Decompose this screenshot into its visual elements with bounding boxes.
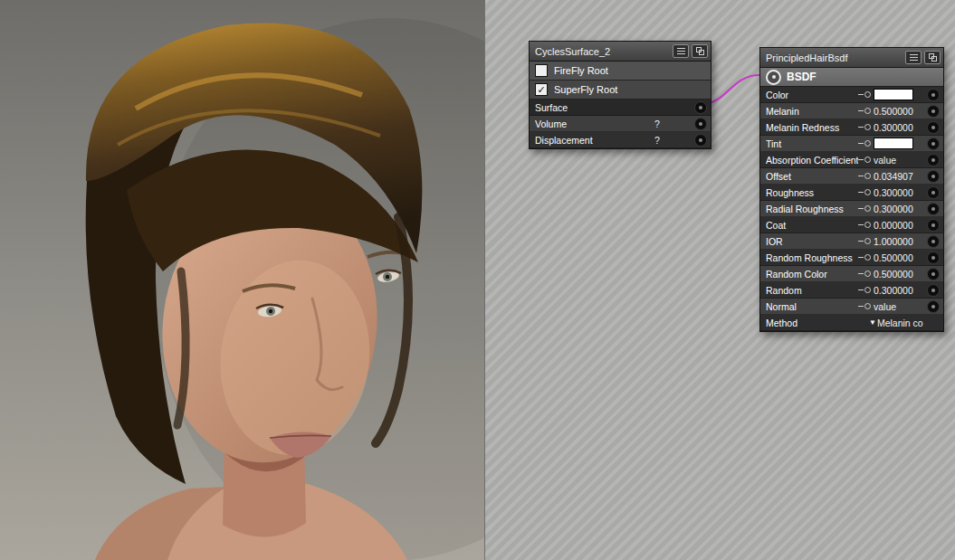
socket-dot xyxy=(931,109,935,113)
node-principled-hair-bsdf[interactable]: PrincipledHairBsdf BSDF Color Melanin 0.… xyxy=(759,47,944,332)
chevron-down-icon: ▼ xyxy=(869,318,876,327)
param-connector[interactable] xyxy=(927,300,940,313)
socket-icon xyxy=(858,189,871,195)
socket-icon xyxy=(858,91,871,98)
bsdf-output-row[interactable]: BSDF xyxy=(760,68,943,87)
node-preview-button[interactable] xyxy=(692,44,708,58)
node-properties-button[interactable] xyxy=(673,44,689,58)
superfly-root-checkbox[interactable]: ✓ xyxy=(535,83,548,96)
method-dropdown[interactable]: ▼ Melanin co xyxy=(869,318,938,328)
param-connector[interactable] xyxy=(927,235,940,248)
cycles-node-header[interactable]: CyclesSurface_2 xyxy=(530,42,711,62)
socket-icon xyxy=(858,108,871,114)
param-value[interactable]: value xyxy=(874,155,925,166)
param-row-method[interactable]: Method ▼ Melanin co xyxy=(760,315,943,331)
volume-value[interactable]: ? xyxy=(654,119,694,129)
param-value[interactable]: 1.000000 xyxy=(874,236,925,247)
tint-value[interactable] xyxy=(874,138,925,149)
param-connector[interactable] xyxy=(927,219,940,232)
param-label: Color xyxy=(766,90,858,100)
node-cycles-surface[interactable]: CyclesSurface_2 FireFly Root ✓ SuperFly … xyxy=(529,41,711,149)
param-label: Method xyxy=(766,318,869,328)
superfly-root-row[interactable]: ✓ SuperFly Root xyxy=(530,81,711,100)
param-row-absorption-coefficient[interactable]: Absorption Coefficient value xyxy=(760,152,943,168)
bsdf-label: BSDF xyxy=(787,71,817,83)
param-connector[interactable] xyxy=(927,121,940,134)
param-value[interactable]: 0.500000 xyxy=(874,106,925,117)
surface-row[interactable]: Surface xyxy=(530,100,711,116)
firefly-root-row[interactable]: FireFly Root xyxy=(530,62,711,81)
bsdf-output-socket[interactable] xyxy=(766,70,781,85)
param-value[interactable]: 0.300000 xyxy=(874,204,925,214)
param-connector[interactable] xyxy=(927,89,940,101)
displacement-row[interactable]: Displacement ? xyxy=(530,132,711,148)
superfly-root-label: SuperFly Root xyxy=(554,84,617,95)
param-row-random-roughness[interactable]: Random Roughness 0.500000 xyxy=(760,250,943,266)
volume-input-socket[interactable] xyxy=(694,118,707,130)
socket-dot xyxy=(931,207,935,211)
param-connector[interactable] xyxy=(927,203,940,215)
surface-label: Surface xyxy=(535,102,694,113)
param-connector[interactable] xyxy=(927,186,940,199)
displacement-input-socket[interactable] xyxy=(694,134,707,147)
volume-row[interactable]: Volume ? xyxy=(530,116,711,132)
node-preview-button[interactable] xyxy=(924,51,941,64)
param-label: Offset xyxy=(766,171,858,182)
param-row-color[interactable]: Color xyxy=(760,87,943,103)
param-value[interactable]: 0.500000 xyxy=(874,269,925,280)
param-connector[interactable] xyxy=(927,105,940,118)
param-row-melanin[interactable]: Melanin 0.500000 xyxy=(760,103,943,119)
socket-icon xyxy=(858,157,871,163)
param-row-ior[interactable]: IOR 1.000000 xyxy=(760,233,943,250)
param-connector[interactable] xyxy=(927,138,940,150)
displacement-label: Displacement xyxy=(535,135,654,146)
param-row-tint[interactable]: Tint xyxy=(760,136,943,152)
shader-node-editor[interactable]: CyclesSurface_2 FireFly Root ✓ SuperFly … xyxy=(484,0,955,560)
surface-input-socket[interactable] xyxy=(694,101,707,114)
hair-node-title: PrincipledHairBsdf xyxy=(766,52,902,63)
color-swatch[interactable] xyxy=(874,89,913,100)
param-value[interactable]: 0.300000 xyxy=(874,187,925,198)
cycles-node-title: CyclesSurface_2 xyxy=(535,46,670,57)
displacement-value[interactable]: ? xyxy=(654,135,694,146)
param-connector[interactable] xyxy=(927,154,940,166)
param-row-radial-roughness[interactable]: Radial Roughness 0.300000 xyxy=(760,201,943,217)
param-value[interactable]: 0.034907 xyxy=(874,171,925,182)
param-label: Tint xyxy=(766,138,858,149)
hair-node-header[interactable]: PrincipledHairBsdf xyxy=(760,48,943,68)
socket-icon xyxy=(858,222,871,228)
firefly-root-checkbox[interactable] xyxy=(535,64,548,77)
socket-dot xyxy=(931,223,935,227)
param-row-melanin-redness[interactable]: Melanin Redness 0.300000 xyxy=(760,119,943,136)
socket-dot xyxy=(931,191,935,195)
param-row-random[interactable]: Random 0.300000 xyxy=(760,282,943,299)
param-row-coat[interactable]: Coat 0.000000 xyxy=(760,217,943,233)
param-value[interactable]: 0.300000 xyxy=(874,285,925,296)
socket-dot xyxy=(772,75,776,79)
socket-icon xyxy=(858,254,871,261)
param-connector[interactable] xyxy=(927,252,940,264)
param-value[interactable]: 0.300000 xyxy=(874,122,925,133)
socket-icon xyxy=(858,140,871,147)
param-connector[interactable] xyxy=(927,268,940,280)
param-connector[interactable] xyxy=(927,284,940,297)
check-icon: ✓ xyxy=(537,85,545,95)
socket-icon xyxy=(858,271,871,277)
param-label: Melanin Redness xyxy=(766,122,858,133)
socket-dot xyxy=(931,142,935,146)
tint-swatch[interactable] xyxy=(874,138,913,149)
socket-dot xyxy=(699,138,702,142)
param-row-offset[interactable]: Offset 0.034907 xyxy=(760,168,943,185)
socket-dot xyxy=(699,106,702,109)
color-value[interactable] xyxy=(874,89,925,100)
param-row-roughness[interactable]: Roughness 0.300000 xyxy=(760,185,943,201)
param-row-normal[interactable]: Normal value xyxy=(760,299,943,315)
param-value[interactable]: value xyxy=(874,301,925,312)
param-value[interactable]: 0.000000 xyxy=(874,220,925,231)
socket-icon xyxy=(858,173,871,179)
node-properties-button[interactable] xyxy=(905,51,922,64)
param-value[interactable]: 0.500000 xyxy=(874,252,925,263)
param-row-random-color[interactable]: Random Color 0.500000 xyxy=(760,266,943,282)
socket-dot xyxy=(931,305,935,308)
param-connector[interactable] xyxy=(927,170,940,183)
